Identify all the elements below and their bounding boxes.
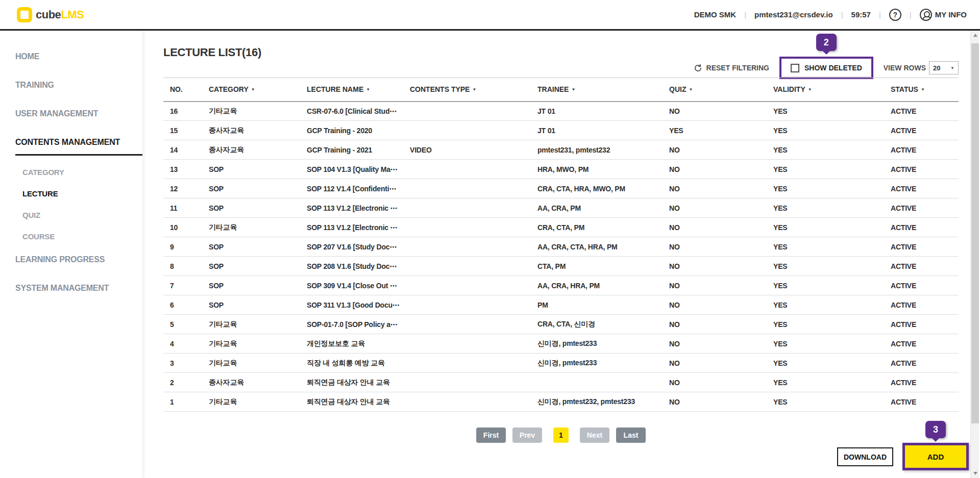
- column-header-trainee[interactable]: TRAINEE▼: [531, 78, 663, 102]
- cell-quiz: NO: [663, 102, 767, 121]
- cell-trainee: CRA, CTA, HRA, MWO, PM: [531, 179, 663, 198]
- page-button-prev[interactable]: Prev: [512, 427, 542, 443]
- sidebar-item-training[interactable]: TRAINING: [0, 81, 142, 90]
- column-header-quiz[interactable]: QUIZ▼: [663, 78, 767, 102]
- help-icon[interactable]: ?: [889, 9, 901, 21]
- sidebar-subitem-quiz[interactable]: QUIZ: [0, 211, 142, 219]
- view-rows-control: VIEW ROWS 20 ▼: [884, 61, 959, 74]
- cell-no: 16: [163, 102, 202, 121]
- sidebar-subitem-course[interactable]: COURSE: [0, 232, 142, 241]
- table-row[interactable]: 3기타교육직장 내 성희롱 예방 교육신미경, pmtest233NOYESAC…: [163, 354, 959, 373]
- table-row[interactable]: 12SOPSOP 112 V1.4 [Confidenti⋯CRA, CTA, …: [163, 179, 959, 198]
- divider: |: [841, 10, 843, 19]
- cell-validity: YES: [767, 198, 884, 218]
- show-deleted-checkbox[interactable]: [791, 64, 799, 72]
- sidebar-item-user-management[interactable]: USER MANAGEMENT: [0, 109, 142, 118]
- cell-quiz: NO: [663, 257, 767, 276]
- column-header-category[interactable]: CATEGORY▼: [202, 78, 300, 102]
- add-button[interactable]: 3 ADD: [902, 443, 969, 470]
- table-row[interactable]: 14종사자교육GCP Training - 2021VIDEOpmtest231…: [163, 140, 959, 160]
- cell-status: ACTIVE: [884, 334, 959, 354]
- user-email: pmtest231@crsdev.io: [754, 10, 833, 19]
- cell-trainee: pmtest231, pmtest232: [531, 140, 663, 160]
- table-row[interactable]: 9SOPSOP 207 V1.6 [Study Doc⋯AA, CRA, CTA…: [163, 237, 959, 257]
- cell-no: 6: [163, 295, 202, 315]
- cell-lecture-name: 퇴직연금 대상자 안내 교육: [300, 392, 403, 412]
- org-name: DEMO SMK: [694, 10, 737, 19]
- cell-contents-type: [403, 392, 531, 412]
- sidebar-subitem-category[interactable]: CATEGORY: [0, 168, 142, 177]
- cell-status: ACTIVE: [884, 179, 959, 198]
- table-row[interactable]: 2종사자교육퇴직연금 대상자 안내 교육NOYESACTIVE: [163, 373, 959, 392]
- sidebar-subitem-lecture[interactable]: LECTURE: [0, 189, 142, 198]
- table-row[interactable]: 15종사자교육GCP Training - 2020JT 01YESYESACT…: [163, 121, 959, 140]
- cell-quiz: NO: [663, 179, 767, 198]
- cell-status: ACTIVE: [884, 276, 959, 295]
- page-title: LECTURE LIST(16): [163, 46, 261, 59]
- table-row[interactable]: 16기타교육CSR-07-6.0 [Clinical Stud⋯JT 01NOY…: [163, 102, 959, 121]
- my-info-label: MY INFO: [935, 10, 967, 19]
- cell-no: 11: [163, 198, 202, 218]
- column-header-validity[interactable]: VALIDITY▼: [767, 78, 884, 102]
- table-row[interactable]: 4기타교육개인정보보호 교육신미경, pmtest233NOYESACTIVE: [163, 334, 959, 354]
- cell-contents-type: [403, 334, 531, 354]
- table-row[interactable]: 13SOPSOP 104 V1.3 [Quality Ma⋯HRA, MWO, …: [163, 160, 959, 179]
- sort-arrow-icon: ▼: [921, 87, 925, 92]
- sort-arrow-icon: ▼: [808, 87, 812, 92]
- session-timer: 59:57: [851, 10, 871, 19]
- sidebar-item-learning-progress[interactable]: LEARNING PROGRESS: [0, 255, 142, 264]
- scroll-down-arrow-icon[interactable]: [971, 469, 979, 478]
- page-button-last[interactable]: Last: [616, 427, 646, 443]
- cell-trainee: AA, CRA, HRA, PM: [531, 276, 663, 295]
- vertical-scrollbar[interactable]: [970, 31, 979, 478]
- app-logo[interactable]: cubeLMS: [17, 7, 84, 22]
- sort-arrow-icon: ▼: [689, 87, 693, 92]
- cell-lecture-name: GCP Training - 2021: [300, 140, 403, 160]
- cell-contents-type: [403, 354, 531, 373]
- cell-status: ACTIVE: [884, 218, 959, 237]
- cell-validity: YES: [767, 257, 884, 276]
- cell-quiz: NO: [663, 392, 767, 412]
- table-row[interactable]: 1기타교육퇴직연금 대상자 안내 교육신미경, pmtest232, pmtes…: [163, 392, 959, 412]
- table-row[interactable]: 11SOPSOP 113 V1.2 [Electronic ⋯AA, CRA, …: [163, 198, 959, 218]
- page-button-next[interactable]: Next: [580, 427, 609, 443]
- logo-text-cube: cube: [36, 8, 61, 21]
- show-deleted-label[interactable]: SHOW DELETED: [804, 64, 862, 72]
- my-info-button[interactable]: MY INFO: [920, 9, 967, 21]
- divider: |: [879, 10, 881, 19]
- column-header-lecture-name[interactable]: LECTURE NAME▼: [300, 78, 403, 102]
- cell-trainee: 신미경, pmtest233: [531, 354, 663, 373]
- table-row[interactable]: 8SOPSOP 208 V1.6 [Study Doc⋯CTA, PMNOYES…: [163, 257, 959, 276]
- reset-filtering-button[interactable]: RESET FILTERING: [694, 64, 769, 72]
- view-rows-select[interactable]: 20 ▼: [929, 61, 959, 74]
- cell-contents-type: [403, 257, 531, 276]
- scroll-up-arrow-icon[interactable]: [971, 31, 979, 39]
- page-button-1[interactable]: 1: [553, 427, 569, 443]
- cell-status: ACTIVE: [884, 257, 959, 276]
- sort-arrow-icon: ▼: [366, 87, 370, 92]
- reset-filtering-label: RESET FILTERING: [706, 64, 769, 72]
- download-button[interactable]: DOWNLOAD: [837, 447, 893, 466]
- table-row[interactable]: 7SOPSOP 309 V1.4 [Close Out ⋯AA, CRA, HR…: [163, 276, 959, 295]
- sidebar-item-home[interactable]: HOME: [0, 52, 142, 61]
- cell-category: 기타교육: [202, 392, 300, 412]
- cell-lecture-name: SOP 208 V1.6 [Study Doc⋯: [300, 257, 403, 276]
- cell-contents-type: [403, 179, 531, 198]
- cell-trainee: [531, 373, 663, 392]
- table-header: NO.CATEGORY▼LECTURE NAME▼CONTENTS TYPE▼T…: [163, 78, 959, 102]
- cell-validity: YES: [767, 373, 884, 392]
- sidebar-item-contents-management[interactable]: CONTENTS MANAGEMENT: [0, 138, 142, 147]
- cell-validity: YES: [767, 334, 884, 354]
- sort-arrow-icon: ▼: [472, 87, 476, 92]
- page-button-first[interactable]: First: [476, 427, 506, 443]
- table-row[interactable]: 6SOPSOP 311 V1.3 [Good Docu⋯PMNOYESACTIV…: [163, 295, 959, 315]
- cell-lecture-name: SOP 113 V1.2 [Electronic ⋯: [300, 198, 403, 218]
- column-header-contents-type[interactable]: CONTENTS TYPE▼: [403, 78, 531, 102]
- table-row[interactable]: 5기타교육SOP-01-7.0 [SOP Policy a⋯CRA, CTA, …: [163, 315, 959, 334]
- column-header-status[interactable]: STATUS▼: [884, 78, 959, 102]
- sidebar-item-system-management[interactable]: SYSTEM MANAGEMENT: [0, 284, 142, 293]
- cell-lecture-name: CSR-07-6.0 [Clinical Stud⋯: [300, 102, 403, 121]
- scrollbar-thumb[interactable]: [971, 43, 979, 423]
- cell-no: 3: [163, 354, 202, 373]
- table-row[interactable]: 10기타교육SOP 113 V1.2 [Electronic ⋯CRA, CTA…: [163, 218, 959, 237]
